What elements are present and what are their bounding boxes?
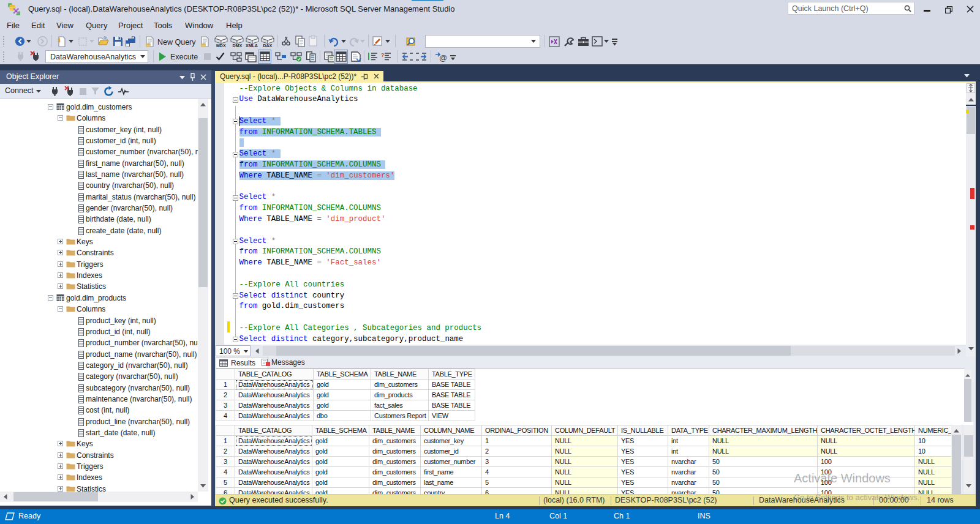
svg-text:MDX: MDX — [216, 43, 226, 48]
svg-text:?: ? — [381, 52, 385, 58]
svg-text:DAX: DAX — [263, 43, 273, 48]
svg-text:DMX: DMX — [233, 43, 243, 48]
svg-text:XMLA: XMLA — [246, 43, 258, 48]
svg-text:@: @ — [439, 53, 447, 62]
